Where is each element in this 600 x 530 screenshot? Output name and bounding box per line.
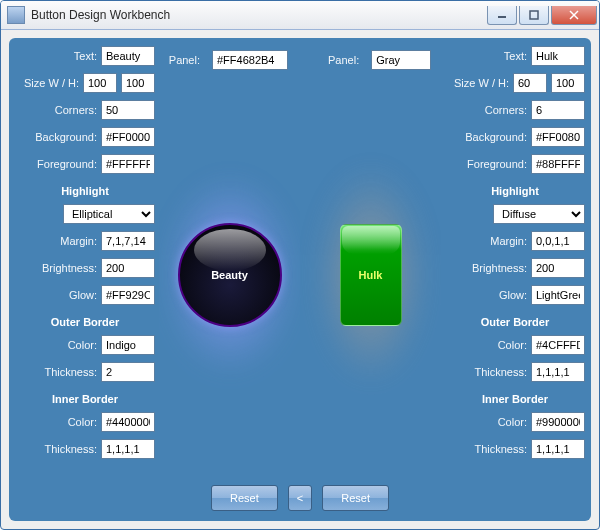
preview-area: Beauty Hulk [159, 70, 441, 479]
label-size: Size W / H: [445, 77, 509, 89]
left-form: Text: Size W / H: Corners: Background: F… [15, 46, 155, 513]
section-highlight: Highlight [15, 185, 155, 197]
label-background: Background: [445, 131, 527, 143]
label-foreground: Foreground: [445, 158, 527, 170]
section-highlight: Highlight [445, 185, 585, 197]
label-color: Color: [15, 339, 97, 351]
right-height-input[interactable] [551, 73, 585, 93]
left-foreground-input[interactable] [101, 154, 155, 174]
app-window: Button Design Workbench Text: Size W / H… [0, 0, 600, 530]
center-area: Panel: Panel: Beauty Hulk [159, 46, 441, 513]
app-icon [7, 6, 25, 24]
panel-left-color-input[interactable] [212, 50, 288, 70]
label-margin: Margin: [445, 235, 527, 247]
section-inner-border: Inner Border [445, 393, 585, 405]
label-panel: Panel: [169, 54, 200, 66]
reset-right-button[interactable]: Reset [322, 485, 389, 511]
label-glow: Glow: [445, 289, 527, 301]
left-outer-thickness-input[interactable] [101, 362, 155, 382]
label-color: Color: [15, 416, 97, 428]
left-text-input[interactable] [101, 46, 155, 66]
window-title: Button Design Workbench [31, 8, 485, 22]
left-brightness-input[interactable] [101, 258, 155, 278]
right-background-input[interactable] [531, 127, 585, 147]
right-brightness-input[interactable] [531, 258, 585, 278]
right-foreground-input[interactable] [531, 154, 585, 174]
label-thickness: Thickness: [15, 443, 97, 455]
label-thickness: Thickness: [15, 366, 97, 378]
label-brightness: Brightness: [445, 262, 527, 274]
close-button[interactable] [551, 6, 597, 25]
label-foreground: Foreground: [15, 158, 97, 170]
left-inner-thickness-input[interactable] [101, 439, 155, 459]
section-outer-border: Outer Border [445, 316, 585, 328]
right-outer-color-input[interactable] [531, 335, 585, 355]
preview-button-left[interactable]: Beauty [178, 223, 282, 327]
svg-rect-1 [530, 11, 538, 19]
label-color: Color: [445, 416, 527, 428]
right-width-input[interactable] [513, 73, 547, 93]
right-inner-color-input[interactable] [531, 412, 585, 432]
left-height-input[interactable] [121, 73, 155, 93]
label-margin: Margin: [15, 235, 97, 247]
preview-left: Beauty [159, 70, 300, 479]
preview-button-left-label: Beauty [211, 269, 248, 281]
label-panel: Panel: [328, 54, 359, 66]
left-highlight-type-select[interactable]: Elliptical [63, 204, 155, 224]
preview-button-right[interactable]: Hulk [340, 224, 402, 326]
right-glow-color-input[interactable] [531, 285, 585, 305]
left-background-input[interactable] [101, 127, 155, 147]
label-text: Text: [15, 50, 97, 62]
right-margin-input[interactable] [531, 231, 585, 251]
left-margin-input[interactable] [101, 231, 155, 251]
right-corners-input[interactable] [531, 100, 585, 120]
left-corners-input[interactable] [101, 100, 155, 120]
preview-button-right-label: Hulk [359, 269, 383, 281]
label-color: Color: [445, 339, 527, 351]
left-glow-color-input[interactable] [101, 285, 155, 305]
label-background: Background: [15, 131, 97, 143]
right-inner-thickness-input[interactable] [531, 439, 585, 459]
section-inner-border: Inner Border [15, 393, 155, 405]
left-outer-color-input[interactable] [101, 335, 155, 355]
label-thickness: Thickness: [445, 366, 527, 378]
titlebar[interactable]: Button Design Workbench [1, 1, 599, 30]
minimize-button[interactable] [487, 6, 517, 25]
label-corners: Corners: [15, 104, 97, 116]
reset-left-button[interactable]: Reset [211, 485, 278, 511]
right-text-input[interactable] [531, 46, 585, 66]
swap-button[interactable]: < [288, 485, 312, 511]
label-corners: Corners: [445, 104, 527, 116]
label-brightness: Brightness: [15, 262, 97, 274]
label-size: Size W / H: [15, 77, 79, 89]
section-outer-border: Outer Border [15, 316, 155, 328]
label-glow: Glow: [15, 289, 97, 301]
left-width-input[interactable] [83, 73, 117, 93]
right-form: Text: Size W / H: Corners: Background: F… [445, 46, 585, 513]
maximize-button[interactable] [519, 6, 549, 25]
panel-right-color-input[interactable] [371, 50, 431, 70]
right-outer-thickness-input[interactable] [531, 362, 585, 382]
preview-right: Hulk [300, 70, 441, 479]
left-inner-color-input[interactable] [101, 412, 155, 432]
label-text: Text: [445, 50, 527, 62]
label-thickness: Thickness: [445, 443, 527, 455]
main-panel: Text: Size W / H: Corners: Background: F… [9, 38, 591, 521]
right-highlight-type-select[interactable]: Diffuse [493, 204, 585, 224]
